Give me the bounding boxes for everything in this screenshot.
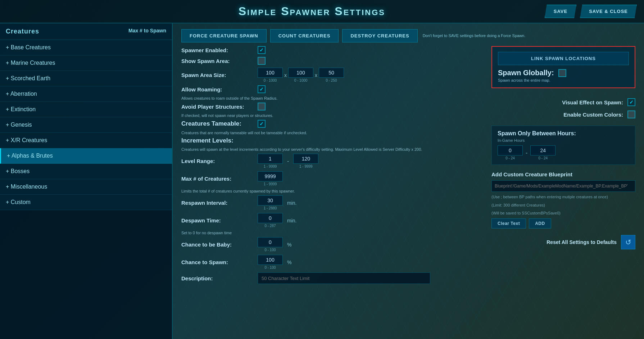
spawn-hours-title: Spawn Only Between Hours:	[498, 130, 629, 137]
sidebar-item-base-creatures[interactable]: + Base Creatures	[0, 40, 172, 55]
main-panel: FORCE CREATURE SPAWN COUNT CREATURES DES…	[173, 23, 644, 339]
destroy-creatures-button[interactable]: DESTROY CREATURES	[342, 29, 417, 42]
respawn-interval-input[interactable]	[258, 195, 283, 205]
visual-effect-checkbox[interactable]	[627, 98, 635, 106]
custom-colors-checkbox[interactable]	[627, 110, 635, 118]
sidebar-item-extinction[interactable]: + Extinction	[0, 102, 172, 117]
hours-to-range: 0 - 24	[530, 156, 555, 160]
despawn-time-container: 0 - 287	[258, 213, 283, 228]
sidebar-item-label: + Custom	[6, 199, 31, 205]
sidebar-item-label: + Alphas & Brutes	[7, 153, 53, 159]
save-button[interactable]: SAVE	[545, 5, 576, 18]
spawn-z-input[interactable]	[319, 68, 344, 78]
despawn-time-sub: Set to 0 for no despawn time	[181, 231, 477, 235]
spawner-enabled-row: Spawner Enabled:	[181, 46, 477, 54]
chance-spawn-container: 0 - 100	[258, 255, 283, 270]
spawn-y-container: 0 - 1000	[288, 68, 313, 82]
max-creatures-label: Max # of Creatures:	[181, 176, 253, 182]
spawn-hours-section: Spawn Only Between Hours: In-Game Hours …	[491, 126, 635, 165]
hours-to-input[interactable]	[530, 145, 555, 155]
show-spawn-area-checkbox[interactable]	[258, 57, 266, 65]
sidebar-item-label: + Marine Creatures	[6, 60, 55, 66]
hours-from-input[interactable]	[498, 145, 523, 155]
allow-roaming-checkbox[interactable]	[258, 85, 266, 93]
chance-baby-container: 0 - 100	[258, 237, 283, 252]
blueprint-buttons: Clear Text ADD	[491, 218, 635, 229]
sidebar-item-custom[interactable]: + Custom	[0, 195, 172, 210]
reset-button[interactable]: ↺	[621, 235, 635, 249]
hours-row: 0 - 24 - 0 - 24	[498, 145, 629, 160]
spawn-y-input[interactable]	[288, 68, 313, 78]
spawn-globally-checkbox[interactable]	[558, 69, 566, 77]
sidebar-max-spawn: Max # to Spawn	[128, 28, 166, 35]
action-row: FORCE CREATURE SPAWN COUNT CREATURES DES…	[181, 29, 635, 42]
spawn-globally-label: Spawn Globally:	[498, 69, 554, 77]
visual-effect-label: Visual Effect on Spawn:	[562, 99, 623, 105]
chance-spawn-percent: %	[287, 259, 291, 265]
chance-baby-percent: %	[287, 242, 291, 248]
custom-colors-label: Enable Custom Colors:	[563, 112, 623, 118]
blueprint-hint-1: (Use ; between BP paths when entering mu…	[491, 194, 635, 200]
sidebar-item-genesis[interactable]: + Genesis	[0, 117, 172, 133]
link-spawn-button[interactable]: LINK SPAWN LOCATIONS	[498, 52, 629, 65]
creatures-tameable-checkbox[interactable]	[258, 120, 266, 128]
spawner-enabled-checkbox[interactable]	[258, 46, 266, 54]
avoid-structures-label: Avoid Player Structures:	[181, 104, 253, 110]
spawn-note: Don't forget to SAVE settings before doi…	[423, 33, 526, 38]
max-creatures-sub: Limits the total # of creatures currentl…	[181, 189, 477, 193]
reset-section: Reset All Settings to Defaults ↺	[491, 235, 635, 249]
despawn-time-section: Despawn Time: 0 - 287 min. Set to 0 for …	[181, 213, 477, 235]
sidebar-item-alphas-brutes[interactable]: + Alphas & Brutes	[0, 148, 172, 164]
show-spawn-area-row: Show Spawn Area:	[181, 57, 477, 65]
sidebar-item-scorched-earth[interactable]: + Scorched Earth	[0, 71, 172, 86]
level-min-input[interactable]	[258, 154, 283, 164]
chance-baby-label: Chance to be Baby:	[181, 241, 253, 248]
top-buttons: SAVE SAVE & CLOSE	[545, 5, 637, 18]
spawn-z-range: 0 - 250	[319, 78, 344, 82]
chance-spawn-input[interactable]	[258, 255, 283, 265]
sidebar-item-label: + Miscellaneous	[6, 184, 47, 190]
blueprint-hint-3: (Will be saved to SSCustomBPsSave0)	[491, 210, 635, 216]
sidebar-item-aberration[interactable]: + Aberration	[0, 86, 172, 102]
reset-label: Reset All Settings to Defaults	[547, 239, 617, 245]
level-range-dash: -	[287, 158, 289, 164]
spawn-z-container: 0 - 250	[319, 68, 344, 82]
spawn-x-input[interactable]	[258, 68, 283, 78]
chance-spawn-label: Chance to Spawn:	[181, 259, 253, 265]
max-creatures-input[interactable]	[258, 171, 283, 181]
allow-roaming-sub: Allows creatures to roam outside of the …	[181, 96, 477, 100]
chance-baby-input[interactable]	[258, 237, 283, 247]
count-creatures-button[interactable]: COUNT CREATURES	[270, 29, 339, 42]
sidebar-item-label: + Aberration	[6, 91, 37, 97]
sidebar-item-label: + Bosses	[6, 168, 30, 175]
allow-roaming-section: Allow Roaming: Allows creatures to roam …	[181, 85, 477, 100]
increment-levels-label: Increment Levels:	[181, 137, 253, 144]
clear-text-button[interactable]: Clear Text	[491, 218, 526, 229]
spawn-x-range: 0 - 1000	[258, 78, 283, 82]
level-max-range: 1 - 9999	[293, 164, 318, 168]
sidebar-item-bosses[interactable]: + Bosses	[0, 164, 172, 179]
spawn-y-range: 0 - 1000	[288, 78, 313, 82]
despawn-min-label: min.	[287, 218, 296, 223]
sidebar-item-marine-creatures[interactable]: + Marine Creatures	[0, 55, 172, 71]
add-blueprint-button[interactable]: ADD	[529, 218, 551, 229]
despawn-time-input[interactable]	[258, 213, 283, 223]
level-max-input[interactable]	[293, 154, 318, 164]
chance-spawn-row: Chance to Spawn: 0 - 100 %	[181, 255, 477, 270]
avoid-structures-checkbox[interactable]	[258, 103, 266, 110]
save-close-button[interactable]: SAVE & CLOSE	[580, 5, 637, 18]
force-spawn-button[interactable]: FORCE CREATURE SPAWN	[181, 29, 267, 42]
spawn-globally-box: LINK SPAWN LOCATIONS Spawn Globally: Spa…	[491, 46, 635, 88]
spawn-area-inputs: 0 - 1000 x 0 - 1000 x 0 - 250	[258, 68, 344, 82]
allow-roaming-label: Allow Roaming:	[181, 86, 253, 92]
sidebar-item-label: + Base Creatures	[6, 44, 51, 51]
respawn-interval-label: Respawn Interval:	[181, 200, 253, 206]
despawn-time-label: Despawn Time:	[181, 217, 253, 223]
visual-effects-section: Visual Effect on Spawn: Enable Custom Co…	[491, 95, 635, 122]
level-min-container: 1 - 9999	[258, 154, 283, 168]
blueprint-input[interactable]	[491, 180, 635, 192]
sidebar-item-xr-creatures[interactable]: + X/R Creatures	[0, 133, 172, 148]
respawn-interval-range: 1 - 2880	[258, 206, 283, 210]
sidebar-item-miscellaneous[interactable]: + Miscellaneous	[0, 179, 172, 195]
description-input[interactable]	[258, 272, 430, 284]
